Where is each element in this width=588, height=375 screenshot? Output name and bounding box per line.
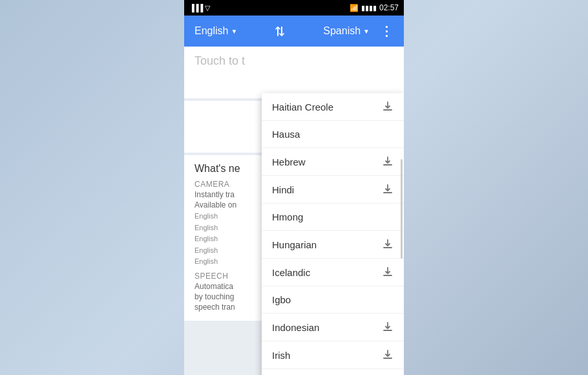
swap-icon: ⇄	[273, 26, 288, 37]
time-display: 02:57	[379, 3, 399, 12]
status-bar: ▐▐▐ ▽ 📶 ▮▮▮▮ 02:57	[184, 0, 404, 16]
download-icon[interactable]	[382, 239, 394, 250]
dropdown-item-hindi[interactable]: Hindi	[262, 176, 404, 204]
main-content: Touch to t 📷 What's ne CAMERA Instantly …	[184, 47, 404, 375]
dropdown-item-indonesian[interactable]: Indonesian	[262, 314, 404, 341]
dropdown-item-hausa[interactable]: Hausa	[262, 121, 404, 148]
more-options-button[interactable]: ⋮	[375, 21, 399, 41]
dropdown-item-igbo[interactable]: Igbo	[262, 286, 404, 314]
vpn-icon: ▽	[205, 4, 210, 12]
battery-icon: ▮▮▮▮	[361, 4, 377, 12]
target-chevron-icon: ▼	[363, 28, 370, 35]
target-language-button[interactable]: Spanish ▼	[318, 23, 375, 39]
source-chevron-icon: ▼	[231, 28, 237, 35]
translate-placeholder: Touch to t	[194, 54, 245, 67]
language-label: Hmong	[272, 211, 303, 222]
download-icon[interactable]	[382, 156, 394, 167]
status-bar-right: 📶 ▮▮▮▮ 02:57	[350, 3, 399, 12]
download-icon[interactable]	[382, 321, 394, 333]
language-label: Hausa	[272, 129, 300, 140]
dropdown-item-icelandic[interactable]: Icelandic	[262, 259, 404, 286]
signal-icon: ▐▐▐	[189, 4, 202, 12]
swap-languages-button[interactable]: ⇄	[242, 23, 318, 39]
dropdown-overlay: Haitian Creole HausaHebrew Hindi HmongHu…	[184, 93, 404, 375]
language-dropdown-menu: Haitian Creole HausaHebrew Hindi HmongHu…	[262, 93, 404, 375]
language-label: Haitian Creole	[272, 102, 333, 112]
language-label: Hindi	[272, 184, 294, 195]
language-label: Igbo	[272, 294, 291, 305]
wifi-icon: 📶	[350, 4, 359, 12]
dropdown-item-haitian-creole[interactable]: Haitian Creole	[262, 93, 404, 121]
language-label: Irish	[272, 350, 290, 361]
source-language-label: English	[194, 25, 228, 37]
toolbar: English ▼ ⇄ Spanish ▼ ⋮	[184, 16, 404, 47]
download-icon[interactable]	[382, 101, 394, 112]
translate-input-area[interactable]: Touch to t	[184, 47, 404, 98]
dropdown-item-hebrew[interactable]: Hebrew	[262, 148, 404, 176]
dropdown-item-hmong[interactable]: Hmong	[262, 204, 404, 231]
status-bar-left: ▐▐▐ ▽	[189, 4, 210, 12]
language-label: Hungarian	[272, 239, 317, 250]
more-icon: ⋮	[380, 24, 394, 38]
dropdown-item-hungarian[interactable]: Hungarian	[262, 231, 404, 259]
target-language-label: Spanish	[323, 25, 361, 37]
source-language-button[interactable]: English ▼	[189, 23, 242, 39]
language-label: Indonesian	[272, 322, 319, 333]
language-label: Hebrew	[272, 156, 306, 167]
dropdown-item-italian[interactable]: Italian	[262, 369, 404, 375]
download-icon[interactable]	[382, 349, 394, 361]
download-icon[interactable]	[382, 266, 394, 278]
phone-container: ▐▐▐ ▽ 📶 ▮▮▮▮ 02:57 English ▼ ⇄ Spanish ▼…	[184, 0, 404, 375]
download-icon[interactable]	[382, 184, 394, 195]
language-label: Icelandic	[272, 267, 310, 278]
dropdown-item-irish[interactable]: Irish	[262, 341, 404, 369]
